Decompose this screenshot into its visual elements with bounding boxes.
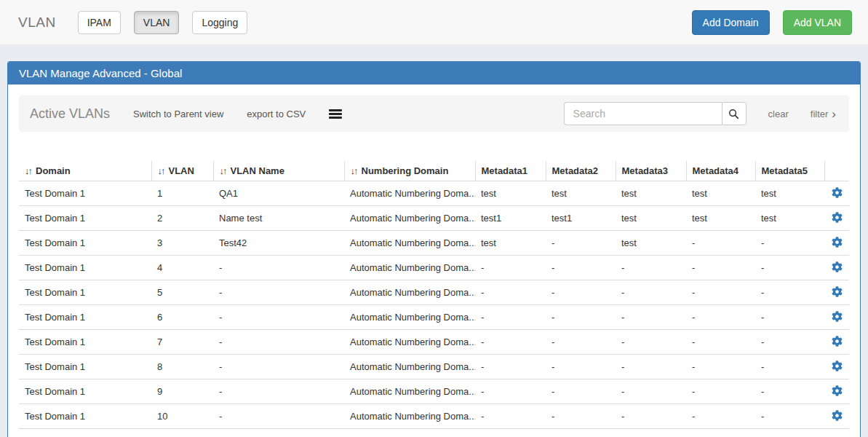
- table-cell: Name test: [213, 206, 344, 231]
- sort-icon: ↓↑: [220, 165, 226, 176]
- row-actions-cell: [824, 355, 849, 379]
- row-settings-gear-icon[interactable]: [832, 361, 843, 371]
- sort-icon: ↓↑: [25, 165, 31, 176]
- sort-icon: ↓↑: [351, 165, 357, 176]
- table-cell: -: [546, 256, 616, 280]
- table-cell: -: [475, 256, 546, 280]
- table-cell: -: [546, 305, 616, 330]
- table-cell: Automatic Numbering Doma...: [344, 256, 475, 280]
- row-actions-cell: [824, 379, 849, 404]
- table-cell: Test42: [213, 231, 344, 256]
- table-cell: -: [616, 355, 686, 379]
- table-cell: Automatic Numbering Doma...: [344, 206, 475, 231]
- hamburger-menu-icon[interactable]: [329, 108, 342, 120]
- table-cell: Automatic Numbering Doma...: [344, 280, 475, 305]
- table-cell: Test Domain 1: [19, 206, 151, 231]
- table-cell: -: [475, 379, 546, 404]
- table-cell: Test Domain 1: [19, 330, 151, 355]
- table-row: Test Domain 14-Automatic Numbering Doma.…: [19, 256, 849, 280]
- table-cell: -: [616, 256, 686, 280]
- row-settings-gear-icon[interactable]: [832, 385, 843, 396]
- tab-ipam[interactable]: IPAM: [78, 11, 121, 34]
- table-cell: -: [755, 231, 824, 256]
- table-cell: Automatic Numbering Doma...: [344, 404, 475, 429]
- table-cell: Automatic Numbering Doma...: [344, 181, 475, 206]
- table-cell: 7: [151, 330, 213, 355]
- row-settings-gear-icon[interactable]: [832, 336, 843, 347]
- column-header-numbering-domain[interactable]: ↓↑Numbering Domain: [344, 161, 475, 181]
- toolbar-title: Active VLANs: [30, 106, 110, 122]
- row-settings-gear-icon[interactable]: [832, 237, 843, 248]
- row-actions-cell: [824, 305, 849, 330]
- table-cell: -: [546, 330, 616, 355]
- top-navbar: VLAN IPAM VLAN Logging Add Domain Add VL…: [0, 0, 868, 45]
- row-actions-cell: [824, 181, 849, 206]
- search-button[interactable]: [722, 102, 746, 125]
- table-cell: test1: [546, 206, 616, 231]
- export-csv-link[interactable]: export to CSV: [247, 109, 306, 119]
- chevron-right-icon: ›: [832, 109, 836, 119]
- search-icon: [728, 109, 739, 119]
- table-cell: -: [546, 404, 616, 429]
- table-cell: QA1: [213, 181, 344, 206]
- table-cell: -: [616, 305, 686, 330]
- table-cell: Test Domain 1: [19, 379, 151, 404]
- row-actions-cell: [824, 330, 849, 355]
- table-cell: -: [475, 330, 546, 355]
- table-cell: test: [616, 206, 686, 231]
- column-header-actions: [824, 161, 849, 181]
- table-cell: 5: [151, 280, 213, 305]
- table-cell: -: [213, 355, 344, 379]
- column-header-metadata4: Metadata4: [686, 161, 755, 181]
- panel-body: Active VLANs Switch to Parent view expor…: [8, 84, 860, 437]
- column-header-vlan-name[interactable]: ↓↑VLAN Name: [213, 161, 344, 181]
- column-header-vlan[interactable]: ↓↑VLAN: [151, 161, 213, 181]
- row-settings-gear-icon[interactable]: [832, 187, 843, 198]
- table-cell: -: [755, 305, 824, 330]
- row-settings-gear-icon[interactable]: [832, 261, 843, 272]
- table-cell: -: [755, 330, 824, 355]
- search-input[interactable]: [564, 102, 722, 125]
- table-cell: -: [546, 379, 616, 404]
- table-row: Test Domain 11QA1Automatic Numbering Dom…: [19, 181, 849, 206]
- table-cell: 2: [151, 206, 213, 231]
- table-cell: -: [475, 404, 546, 429]
- table-cell: -: [755, 280, 824, 305]
- table-cell: Automatic Numbering Doma...: [344, 379, 475, 404]
- table-cell: test: [475, 181, 546, 206]
- tab-vlan[interactable]: VLAN: [134, 11, 180, 34]
- row-settings-gear-icon[interactable]: [832, 212, 843, 223]
- table-cell: Test Domain 1: [19, 305, 151, 330]
- row-settings-gear-icon[interactable]: [832, 286, 843, 297]
- column-header-domain[interactable]: ↓↑Domain: [19, 161, 151, 181]
- filter-link[interactable]: filter ›: [811, 109, 836, 119]
- row-actions-cell: [824, 206, 849, 231]
- table-cell: -: [213, 379, 344, 404]
- table-cell: test: [616, 231, 686, 256]
- table-cell: Test Domain 1: [19, 256, 151, 280]
- table-cell: 9: [151, 379, 213, 404]
- column-header-metadata5: Metadata5: [755, 161, 824, 181]
- add-domain-button[interactable]: Add Domain: [692, 10, 770, 35]
- table-cell: -: [213, 256, 344, 280]
- switch-parent-view-link[interactable]: Switch to Parent view: [133, 109, 223, 119]
- table-cell: -: [755, 256, 824, 280]
- table-cell: Automatic Numbering Doma...: [344, 231, 475, 256]
- table-cell: Test Domain 1: [19, 355, 151, 379]
- row-settings-gear-icon[interactable]: [832, 410, 843, 421]
- table-cell: -: [475, 355, 546, 379]
- table-cell: Test Domain 1: [19, 231, 151, 256]
- row-settings-gear-icon[interactable]: [832, 311, 843, 322]
- table-cell: Automatic Numbering Doma...: [344, 355, 475, 379]
- panel-heading: VLAN Manage Advanced - Global: [8, 62, 860, 84]
- vlan-panel: VLAN Manage Advanced - Global Active VLA…: [7, 61, 861, 437]
- page-title: VLAN: [18, 15, 56, 31]
- table-cell: 1: [151, 181, 213, 206]
- tab-logging[interactable]: Logging: [192, 11, 247, 34]
- clear-link[interactable]: clear: [768, 109, 789, 119]
- table-cell: 8: [151, 355, 213, 379]
- column-header-metadata1: Metadata1: [475, 161, 546, 181]
- table-cell: 4: [151, 256, 213, 280]
- table-row: Test Domain 13Test42Automatic Numbering …: [19, 231, 849, 256]
- add-vlan-button[interactable]: Add VLAN: [783, 10, 852, 35]
